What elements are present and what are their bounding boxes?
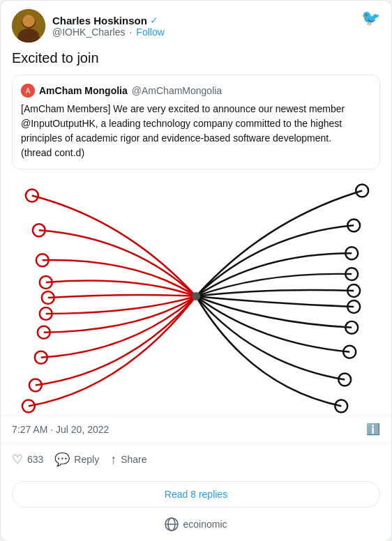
avatar <box>12 9 45 43</box>
like-count: 633 <box>27 454 43 465</box>
svg-point-27 <box>192 292 200 300</box>
reply-icon: 💬 <box>54 452 70 467</box>
info-icon[interactable]: ℹ️ <box>366 422 380 436</box>
quote-avatar: A <box>21 84 35 98</box>
ecoinomic-icon <box>165 517 179 531</box>
quote-org-handle: @AmChamMongolia <box>132 85 222 96</box>
quote-header: A AmCham Mongolia @AmChamMongolia <box>21 84 371 98</box>
tweet-timestamp: 7:27 AM · Jul 20, 2022 <box>12 424 109 435</box>
twitter-icon: 🐦 <box>361 9 380 27</box>
share-icon: ↑ <box>110 452 116 467</box>
svg-text:A: A <box>26 87 31 95</box>
actions-row: ♡ 633 💬 Reply ↑ Share <box>1 443 391 475</box>
tweet-card: Charles Hoskinson ✓ @IOHK_Charles · Foll… <box>0 0 392 541</box>
reply-label: Reply <box>74 454 99 465</box>
diagram-image <box>1 178 391 415</box>
svg-point-3 <box>22 15 35 27</box>
dot-separator: · <box>129 26 132 38</box>
user-handle: @IOHK_Charles <box>52 26 125 38</box>
reply-button[interactable]: 💬 Reply <box>54 446 110 473</box>
quote-block[interactable]: A AmCham Mongolia @AmChamMongolia [AmCha… <box>12 75 380 169</box>
user-name-row: Charles Hoskinson ✓ <box>52 15 165 26</box>
handle-row: @IOHK_Charles · Follow <box>52 26 165 38</box>
tweet-meta: 7:27 AM · Jul 20, 2022 ℹ️ <box>1 415 391 443</box>
tweet-header: Charles Hoskinson ✓ @IOHK_Charles · Foll… <box>1 1 391 48</box>
quote-org-name: AmCham Mongolia <box>39 85 128 96</box>
footer-logo-text: ecoinomic <box>183 519 227 530</box>
user-details: Charles Hoskinson ✓ @IOHK_Charles · Foll… <box>52 15 165 38</box>
like-button[interactable]: ♡ 633 <box>12 446 54 473</box>
user-info: Charles Hoskinson ✓ @IOHK_Charles · Foll… <box>12 9 165 43</box>
verified-icon: ✓ <box>150 15 158 26</box>
read-replies-button[interactable]: Read 8 replies <box>12 481 380 508</box>
follow-button[interactable]: Follow <box>136 26 164 38</box>
svg-point-2 <box>17 31 40 43</box>
user-name: Charles Hoskinson <box>52 15 147 26</box>
footer-logo: ecoinomic <box>1 513 391 541</box>
share-button[interactable]: ↑ Share <box>110 447 158 473</box>
heart-icon: ♡ <box>12 452 23 467</box>
tweet-text: Excited to join <box>1 48 391 75</box>
quote-text: [AmCham Members] We are very excited to … <box>21 102 371 160</box>
share-label: Share <box>121 454 146 465</box>
